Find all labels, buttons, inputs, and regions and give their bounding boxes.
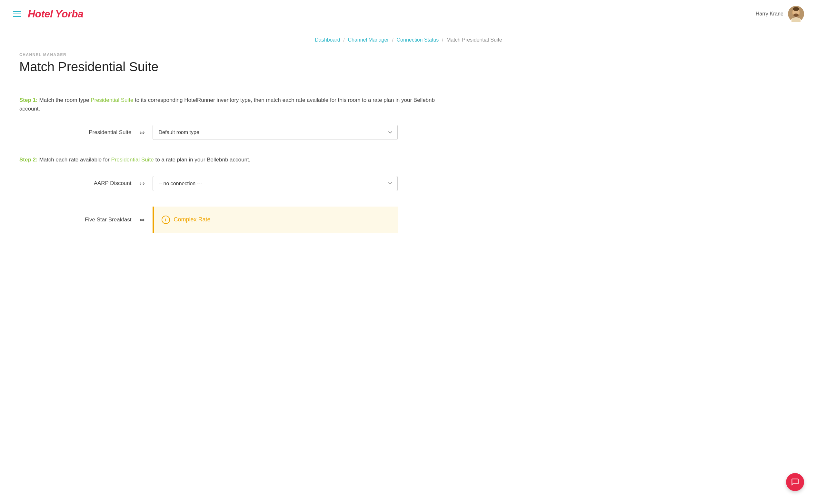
step2-label: Step 2: [19,157,38,163]
header: Hotel Yorba Harry Krane [0,0,817,28]
aarp-arrow: ⇔ [139,179,145,187]
breadcrumb-channel-manager[interactable]: Channel Manager [348,37,389,43]
five-star-label: Five Star Breakfast [67,217,131,223]
room-type-select[interactable]: Default room type Standard Room Deluxe R… [152,125,398,140]
room-match-row: Presidential Suite ⇔ Default room type S… [19,125,445,140]
step1-highlight: Presidential Suite [91,97,133,103]
breadcrumb-sep-1: / [344,37,345,43]
user-name: Harry Krane [756,11,783,17]
avatar-image [788,6,804,22]
svg-point-3 [793,7,799,11]
step2-text-after: to a rate plan in your Bellebnb account. [154,157,251,163]
chat-button[interactable] [786,473,804,491]
header-left: Hotel Yorba [13,8,83,20]
complex-rate-text: Complex Rate [174,216,211,223]
five-star-arrow: ⇔ [139,216,145,224]
aarp-label: AARP Discount [67,180,131,187]
aarp-rate-select[interactable]: -- no connection --- Standard Rate Disco… [152,176,398,191]
hamburger-menu-icon[interactable] [13,11,21,17]
breadcrumb-dashboard[interactable]: Dashboard [315,37,340,43]
section-divider [19,84,445,84]
step1-description: Step 1: Match the room type Presidential… [19,96,445,113]
breadcrumb-sep-2: / [392,37,394,43]
svg-point-4 [793,14,799,17]
chat-icon [791,478,799,486]
step2-highlight: Presidential Suite [111,157,153,163]
avatar[interactable] [788,6,804,22]
aarp-match-row: AARP Discount ⇔ -- no connection --- Sta… [19,176,445,191]
step2-text-before: Match each rate available for [38,157,111,163]
step1-text-before: Match the room type [38,97,91,103]
page-title: Match Presidential Suite [19,60,445,74]
page-content: CHANNEL MANAGER Match Presidential Suite… [0,49,464,268]
complex-rate-info-icon: i [161,216,170,224]
logo[interactable]: Hotel Yorba [28,8,83,20]
complex-rate-box: i Complex Rate [152,207,398,233]
svg-rect-6 [792,18,800,22]
breadcrumb: Dashboard / Channel Manager / Connection… [0,28,817,49]
room-label: Presidential Suite [67,129,131,136]
room-arrow: ⇔ [139,129,145,136]
breadcrumb-current: Match Presidential Suite [446,37,502,43]
step2-description: Step 2: Match each rate available for Pr… [19,155,445,164]
breadcrumb-connection-status[interactable]: Connection Status [397,37,439,43]
header-right: Harry Krane [756,6,804,22]
page-label: CHANNEL MANAGER [19,53,445,57]
step1-label: Step 1: [19,97,38,103]
five-star-match-row: Five Star Breakfast ⇔ i Complex Rate [19,207,445,233]
breadcrumb-sep-3: / [442,37,443,43]
